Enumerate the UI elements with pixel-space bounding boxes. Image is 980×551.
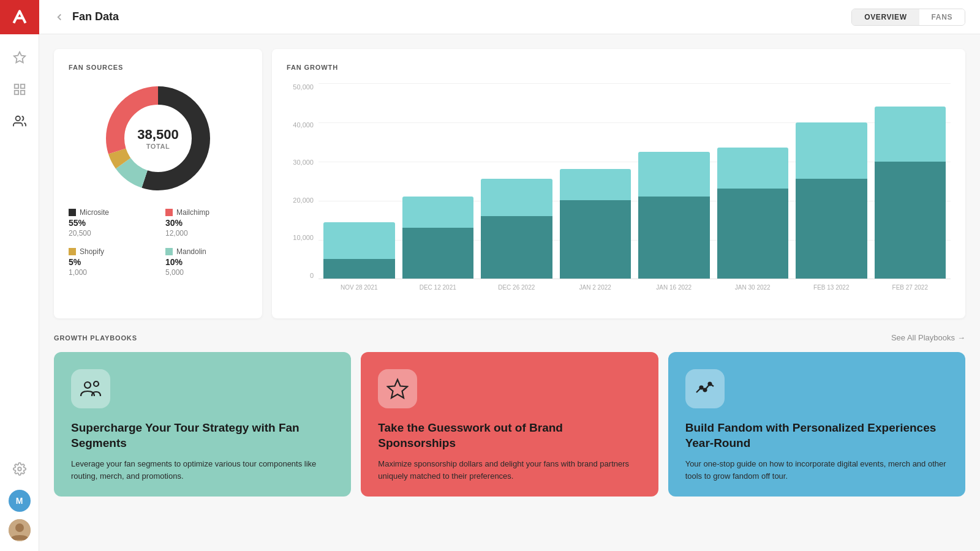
svg-point-14 <box>85 382 91 388</box>
playbook-title-personalized: Build Fandom with Personalized Experienc… <box>685 421 948 451</box>
legend-name-mailchimp: Mailchimp <box>176 208 209 217</box>
playbook-icon-tour <box>71 369 110 408</box>
legend-pct-microsite: 55% <box>69 218 151 228</box>
sidebar-item-users[interactable] <box>6 108 33 135</box>
see-all-arrow: → <box>957 333 965 342</box>
tab-overview[interactable]: OVERVIEW <box>852 9 919 25</box>
svg-rect-2 <box>20 84 24 88</box>
legend-count-microsite: 20,500 <box>69 229 151 238</box>
legend-name-shopify: Shopify <box>80 247 104 256</box>
playbooks-grid: Supercharge Your Tour Strategy with Fan … <box>54 352 965 497</box>
svg-point-18 <box>703 389 706 392</box>
svg-point-8 <box>15 523 24 532</box>
playbook-card-personalized[interactable]: Build Fandom with Personalized Experienc… <box>668 352 965 497</box>
bar-bottom-1 <box>402 228 474 279</box>
sidebar-item-settings[interactable] <box>6 455 33 482</box>
main-area: Fan Data OVERVIEW FANS FAN SOURCES <box>39 0 980 551</box>
content-area: FAN SOURCES <box>39 34 980 551</box>
bars-container <box>318 83 951 279</box>
playbook-card-tour-strategy[interactable]: Supercharge Your Tour Strategy with Fan … <box>54 352 351 497</box>
x-axis: NOV 28 2021 DEC 12 2021 DEC 26 2022 JAN … <box>318 279 951 304</box>
fan-growth-card: FAN GROWTH 50,000 40,000 30,000 20,000 1… <box>272 49 965 318</box>
bar-top-3 <box>560 169 631 200</box>
svg-point-6 <box>18 467 21 471</box>
bar-group-4 <box>638 83 710 279</box>
y-label-30k: 30,000 <box>293 159 314 166</box>
sidebar-bottom: M <box>6 446 33 551</box>
playbook-desc-tour: Leverage your fan segments to optimize v… <box>71 458 334 482</box>
playbook-icon-brand <box>378 369 417 408</box>
avatar-photo[interactable] <box>9 519 31 541</box>
see-all-playbooks[interactable]: See All Playbooks → <box>891 333 965 342</box>
donut-label: TOTAL <box>137 143 178 150</box>
bar-top-4 <box>638 152 710 197</box>
bar-group-7 <box>875 83 946 279</box>
legend-count-shopify: 1,000 <box>69 268 151 277</box>
playbook-desc-brand: Maximize sponsorship dollars and delight… <box>378 458 641 482</box>
playbook-title-tour: Supercharge Your Tour Strategy with Fan … <box>71 421 334 451</box>
fan-growth-chart: 50,000 40,000 30,000 20,000 10,000 0 <box>287 83 951 304</box>
bar-group-0 <box>323 83 395 279</box>
avatar-m[interactable]: M <box>9 490 31 512</box>
playbook-desc-personalized: Your one-stop guide on how to incorporat… <box>685 458 948 482</box>
x-label-3: JAN 2 2022 <box>560 284 631 291</box>
donut-total: 38,500 <box>137 127 178 143</box>
legend-item-microsite: Microsite 55% 20,500 <box>69 208 151 238</box>
bar-top-6 <box>796 122 867 179</box>
donut-center: 38,500 TOTAL <box>137 127 178 150</box>
bar-group-5 <box>717 83 789 279</box>
y-label-0: 0 <box>310 272 314 279</box>
legend-item-mailchimp: Mailchimp 30% 12,000 <box>165 208 247 238</box>
playbook-icon-chart <box>685 369 725 408</box>
bar-bottom-6 <box>796 179 867 279</box>
bar-top-1 <box>402 197 474 228</box>
playbooks-section-header: GROWTH PLAYBOOKS See All Playbooks → <box>54 333 965 342</box>
legend-name-mandolin: Mandolin <box>176 247 206 256</box>
sidebar-item-star[interactable] <box>6 44 33 71</box>
back-button[interactable] <box>54 12 65 23</box>
bar-bottom-7 <box>875 162 946 279</box>
x-label-2: DEC 26 2022 <box>481 284 552 291</box>
bar-top-5 <box>717 148 789 189</box>
x-label-1: DEC 12 2021 <box>402 284 474 291</box>
bar-bottom-3 <box>560 200 631 279</box>
y-label-20k: 20,000 <box>293 197 314 204</box>
topbar: Fan Data OVERVIEW FANS <box>39 0 980 34</box>
sidebar-item-grid[interactable] <box>6 76 33 103</box>
legend-dot-microsite <box>69 209 76 216</box>
legend-name-microsite: Microsite <box>80 208 109 217</box>
bar-group-3 <box>560 83 631 279</box>
charts-row: FAN SOURCES <box>54 49 965 318</box>
x-label-6: FEB 13 2022 <box>796 284 867 291</box>
y-label-40k: 40,000 <box>293 121 314 129</box>
fan-sources-card: FAN SOURCES <box>54 49 262 318</box>
tab-fans[interactable]: FANS <box>919 9 965 25</box>
playbooks-section-title: GROWTH PLAYBOOKS <box>54 334 137 342</box>
x-label-5: JAN 30 2022 <box>717 284 789 291</box>
svg-rect-1 <box>14 84 18 88</box>
legend-item-mandolin: Mandolin 10% 5,000 <box>165 247 247 277</box>
playbook-card-brand-sponsorships[interactable]: Take the Guesswork out of Brand Sponsors… <box>361 352 658 497</box>
x-label-7: FEB 27 2022 <box>875 284 946 291</box>
bar-bottom-5 <box>717 189 789 279</box>
bar-top-2 <box>481 179 552 216</box>
bar-group-1 <box>402 83 474 279</box>
donut-chart-container: 38,500 TOTAL <box>69 83 247 193</box>
bar-top-0 <box>323 222 395 260</box>
tab-group: OVERVIEW FANS <box>851 9 965 26</box>
legend-pct-mandolin: 10% <box>165 257 247 267</box>
bar-group-6 <box>796 83 867 279</box>
legend-dot-mandolin <box>165 248 173 255</box>
bar-group-2 <box>481 83 552 279</box>
see-all-label: See All Playbooks <box>891 333 955 342</box>
y-axis: 50,000 40,000 30,000 20,000 10,000 0 <box>287 83 318 279</box>
svg-point-19 <box>708 383 711 386</box>
legend-dot-mailchimp <box>165 209 173 216</box>
donut-wrapper: 38,500 TOTAL <box>103 83 213 193</box>
app-logo <box>0 0 39 34</box>
svg-rect-3 <box>14 91 18 94</box>
sidebar: M <box>0 0 39 551</box>
bar-bottom-2 <box>481 216 552 279</box>
x-label-0: NOV 28 2021 <box>323 284 395 291</box>
bar-top-7 <box>875 107 946 161</box>
